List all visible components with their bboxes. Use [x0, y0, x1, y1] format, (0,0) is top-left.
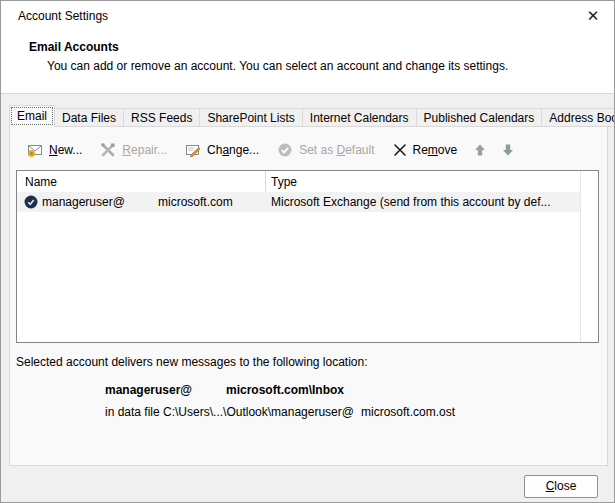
- remove-icon: [393, 143, 407, 157]
- tab-email[interactable]: Email: [9, 105, 55, 127]
- set-default-icon: [277, 142, 293, 158]
- set-as-default-button: Set as Default: [268, 138, 383, 162]
- account-name-user: manageruser@: [42, 195, 125, 209]
- column-separator: [580, 171, 581, 342]
- repair-icon: [100, 142, 116, 158]
- close-icon[interactable]: ✕: [580, 4, 606, 28]
- window-title: Account Settings: [18, 9, 108, 23]
- header-block: Email Accounts You can add or remove an …: [1, 31, 614, 94]
- delivery-account-user: manageruser@: [105, 383, 192, 397]
- new-account-button[interactable]: New...: [18, 138, 91, 162]
- tab-rss-feeds[interactable]: RSS Feeds: [124, 108, 200, 127]
- change-account-button[interactable]: Change...: [176, 138, 268, 162]
- account-toolbar: New... Repair...: [18, 138, 522, 162]
- tab-address-books[interactable]: Address Books: [542, 108, 615, 127]
- column-header-type[interactable]: Type: [271, 175, 297, 189]
- title-bar: Account Settings ✕: [1, 1, 614, 31]
- delivery-account-path: microsoft.com\Inbox: [226, 383, 344, 397]
- page-description: You can add or remove an account. You ca…: [47, 59, 508, 73]
- delivery-location-label: Selected account delivers new messages t…: [16, 355, 368, 369]
- tab-sharepoint-lists[interactable]: SharePoint Lists: [200, 108, 302, 127]
- data-file-path: in data file C:\Users\...\Outlook\manage…: [105, 405, 354, 419]
- account-list-header: Name Type: [17, 171, 598, 192]
- tab-published-calendars[interactable]: Published Calendars: [417, 108, 543, 127]
- repair-account-button: Repair...: [91, 138, 176, 162]
- account-settings-dialog: Account Settings ✕ Email Accounts You ca…: [0, 0, 615, 503]
- default-account-badge-icon: [24, 195, 38, 209]
- tab-strip: Email Data Files RSS Feeds SharePoint Li…: [9, 105, 615, 127]
- new-account-icon: [27, 142, 43, 158]
- account-type: Microsoft Exchange (send from this accou…: [271, 195, 571, 209]
- column-header-name[interactable]: Name: [25, 175, 57, 189]
- move-up-button: [466, 143, 494, 157]
- account-row[interactable]: manageruser@ microsoft.com Microsoft Exc…: [17, 192, 580, 212]
- data-file-path-suffix: microsoft.com.ost: [361, 405, 455, 419]
- remove-account-button[interactable]: Remove: [384, 138, 467, 162]
- move-down-icon: [501, 143, 515, 157]
- column-separator: [265, 171, 266, 192]
- account-name-domain: microsoft.com: [158, 195, 233, 209]
- close-button[interactable]: Close: [524, 475, 598, 498]
- move-down-button: [494, 143, 522, 157]
- move-up-icon: [473, 143, 487, 157]
- change-icon: [185, 142, 201, 158]
- account-list: Name Type manageruser@ microsoft.com Mic…: [16, 170, 599, 343]
- tab-data-files[interactable]: Data Files: [55, 108, 124, 127]
- email-tab-page: New... Repair...: [9, 126, 608, 466]
- tab-internet-calendars[interactable]: Internet Calendars: [303, 108, 417, 127]
- page-title: Email Accounts: [29, 40, 119, 54]
